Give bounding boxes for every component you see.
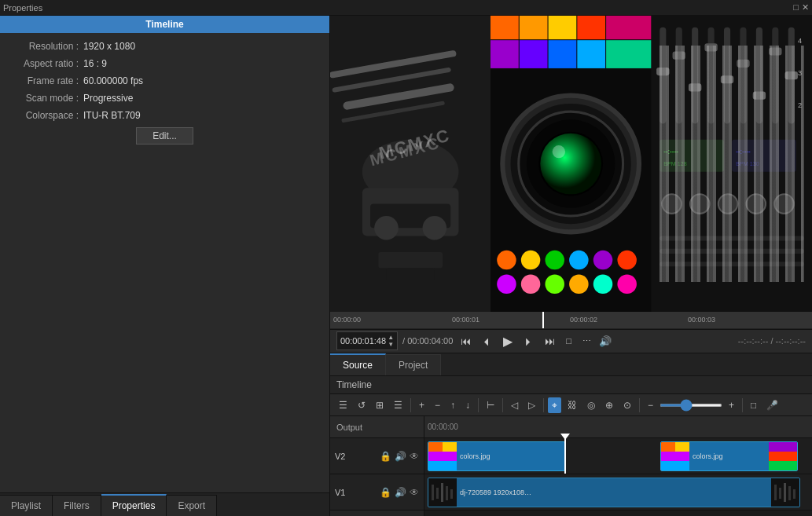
tab-project[interactable]: Project xyxy=(386,354,441,375)
svg-rect-45 xyxy=(675,27,682,124)
play-button[interactable]: ▶ xyxy=(500,332,516,350)
clip-v1-thumb-left xyxy=(428,478,457,507)
svg-rect-81 xyxy=(428,461,457,470)
clip-dj-thumb-right-svg xyxy=(771,478,799,507)
svg-rect-93 xyxy=(441,483,443,502)
svg-rect-17 xyxy=(578,16,606,39)
grid-button[interactable]: ⋯ xyxy=(579,335,594,348)
tl-sep-5 xyxy=(639,398,640,412)
tl-add-button[interactable]: + xyxy=(415,397,428,413)
clip-v2-2[interactable]: colors.jpg xyxy=(660,441,798,471)
track-v1-name: V1 xyxy=(335,488,345,497)
preview-middle-svg xyxy=(491,16,651,312)
edit-button[interactable]: Edit... xyxy=(136,127,193,145)
clip-v2-1-thumb-left xyxy=(428,442,457,470)
track-v1-eye-icon[interactable]: 👁 xyxy=(410,487,419,498)
skip-to-start-button[interactable]: ⏮ xyxy=(457,334,474,349)
timeline-section: Timeline ☰ ↺ ⊞ ☰ + − ↑ ↓ ⊢ ◁ ▷ ⌖ ⛓ xyxy=(330,375,812,516)
track-v1-audio-icon[interactable]: 🔊 xyxy=(395,487,406,498)
maximize-icon[interactable]: □ xyxy=(793,2,799,13)
svg-rect-48 xyxy=(724,27,730,124)
clip-v1-1[interactable]: dj-720589 1920x1080.png xyxy=(428,478,800,507)
tl-remove-button[interactable]: − xyxy=(431,397,444,413)
tl-overwrite-button[interactable]: ⊙ xyxy=(619,397,635,413)
close-icon[interactable]: ✕ xyxy=(802,2,809,13)
tab-playlist[interactable]: Playlist xyxy=(0,495,53,516)
tl-select-button[interactable]: ⌖ xyxy=(548,397,561,413)
svg-point-34 xyxy=(593,275,613,295)
svg-point-41 xyxy=(541,134,602,195)
svg-rect-97 xyxy=(774,485,777,500)
svg-rect-49 xyxy=(740,27,746,124)
tl-sep-4 xyxy=(543,398,544,412)
time-display[interactable]: 00:00:01:48 ▲▼ xyxy=(336,331,398,350)
svg-point-25 xyxy=(521,251,541,270)
timeline-toolbar: ☰ ↺ ⊞ ☰ + − ↑ ↓ ⊢ ◁ ▷ ⌖ ⛓ ◎ ⊕ ⊙ xyxy=(330,394,812,416)
tl-link-button[interactable]: ⛓ xyxy=(564,397,581,413)
right-time-end: --:--:--:-- xyxy=(776,336,806,346)
tl-prev-button[interactable]: ◁ xyxy=(507,397,522,413)
svg-point-72 xyxy=(774,194,794,214)
tl-zoom-in-button[interactable]: + xyxy=(725,397,738,413)
tl-ripple-button[interactable]: ◎ xyxy=(583,397,599,413)
svg-rect-57 xyxy=(721,75,733,83)
playhead xyxy=(564,438,566,474)
svg-rect-58 xyxy=(737,60,749,68)
track-v2-row: colors.jpg xyxy=(424,438,812,474)
svg-point-32 xyxy=(546,275,565,295)
tab-source[interactable]: Source xyxy=(330,353,386,375)
svg-rect-50 xyxy=(755,27,762,124)
clip-colors2-thumb-right-svg xyxy=(769,442,797,470)
zoom-slider[interactable] xyxy=(660,404,722,407)
tl-record-button[interactable]: 🎤 xyxy=(762,397,782,413)
window-title: Properties xyxy=(3,3,42,13)
track-v2-eye-icon[interactable]: 👁 xyxy=(410,451,419,462)
next-frame-button[interactable]: ⏵ xyxy=(520,334,537,349)
track-v1-row: dj-720589 1920x1080.png xyxy=(424,474,812,511)
time-arrows[interactable]: ▲▼ xyxy=(388,334,394,348)
framerate-row: Frame rate : 60.000000 fps xyxy=(13,75,317,86)
svg-rect-99 xyxy=(784,483,786,502)
tl-undo-button[interactable]: ↺ xyxy=(354,397,369,413)
svg-rect-51 xyxy=(772,27,778,124)
tl-list-button[interactable]: ☰ xyxy=(390,397,406,413)
track-v2-lock-icon[interactable]: 🔒 xyxy=(380,451,391,462)
tl-down-button[interactable]: ↓ xyxy=(461,397,474,413)
svg-rect-61 xyxy=(784,71,797,79)
aspect-label: Aspect ratio : xyxy=(13,58,83,69)
tl-menu-button[interactable]: ☰ xyxy=(335,397,351,413)
aspect-row: Aspect ratio : 16 : 9 xyxy=(13,58,317,69)
volume-icon[interactable]: 🔊 xyxy=(599,335,612,347)
svg-rect-85 xyxy=(661,461,689,470)
svg-rect-78 xyxy=(660,262,804,266)
svg-rect-91 xyxy=(432,485,434,500)
track-v2-audio-icon[interactable]: 🔊 xyxy=(395,451,406,462)
right-time-start: --:--:--:-- xyxy=(738,336,768,346)
tab-export[interactable]: Export xyxy=(167,495,217,516)
svg-rect-60 xyxy=(769,47,781,55)
tl-up-button[interactable]: ↑ xyxy=(446,397,459,413)
svg-rect-62 xyxy=(660,140,724,172)
svg-point-42 xyxy=(553,145,565,158)
tl-zoom-out-button[interactable]: − xyxy=(644,397,657,413)
svg-text:2: 2 xyxy=(798,101,802,109)
tl-next-button[interactable]: ▷ xyxy=(524,397,539,413)
svg-point-35 xyxy=(618,275,637,295)
tl-replace-button[interactable]: ⊕ xyxy=(601,397,617,413)
tl-append-button[interactable]: ⊞ xyxy=(372,397,388,413)
tab-filters[interactable]: Filters xyxy=(53,495,101,516)
clip-v2-1[interactable]: colors.jpg xyxy=(428,441,565,471)
loop-button[interactable]: □ xyxy=(563,335,575,347)
track-v1-lock-icon[interactable]: 🔒 xyxy=(380,487,391,498)
svg-rect-14 xyxy=(491,16,519,39)
tab-properties[interactable]: Properties xyxy=(101,494,167,516)
svg-point-24 xyxy=(498,251,517,270)
timeline-label: Timeline xyxy=(330,375,812,394)
svg-rect-89 xyxy=(769,461,797,470)
prev-frame-button[interactable]: ⏴ xyxy=(479,334,495,349)
tl-split-button[interactable]: ⊢ xyxy=(483,397,498,413)
skip-to-end-button[interactable]: ⏭ xyxy=(542,334,558,349)
tl-fit-button[interactable]: □ xyxy=(747,397,760,413)
svg-rect-54 xyxy=(672,51,685,59)
tracks-area: Output V2 🔒 🔊 👁 V1 🔒 xyxy=(330,416,812,516)
